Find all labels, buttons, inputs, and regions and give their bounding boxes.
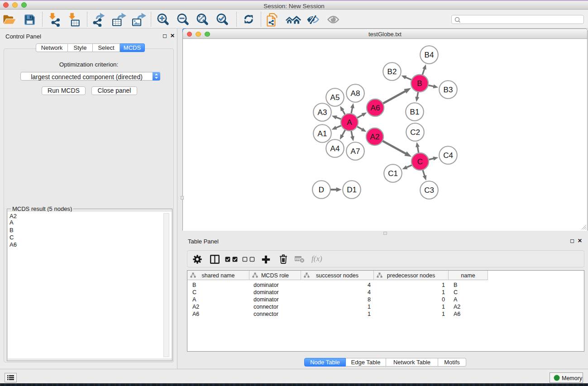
svg-text:A3: A3 bbox=[318, 108, 327, 117]
svg-text:A4: A4 bbox=[330, 144, 340, 153]
svg-text:C4: C4 bbox=[443, 151, 453, 160]
svg-text:A1: A1 bbox=[318, 129, 327, 138]
svg-text:A7: A7 bbox=[351, 147, 360, 156]
svg-text:A6: A6 bbox=[371, 104, 380, 112]
svg-text:B2: B2 bbox=[387, 67, 397, 76]
svg-text:D1: D1 bbox=[347, 186, 357, 194]
svg-text:D: D bbox=[319, 186, 324, 194]
svg-text:B4: B4 bbox=[425, 51, 434, 59]
svg-text:A5: A5 bbox=[330, 93, 340, 102]
svg-text:A2: A2 bbox=[370, 133, 380, 141]
svg-text:B: B bbox=[417, 79, 422, 88]
svg-text:B3: B3 bbox=[444, 86, 453, 94]
svg-text:B1: B1 bbox=[410, 108, 420, 116]
svg-text:C1: C1 bbox=[388, 169, 398, 178]
svg-text:A8: A8 bbox=[351, 89, 360, 98]
svg-text:C: C bbox=[417, 157, 423, 166]
svg-text:C2: C2 bbox=[410, 128, 420, 137]
svg-text:A: A bbox=[347, 118, 352, 127]
svg-text:C3: C3 bbox=[424, 186, 434, 195]
